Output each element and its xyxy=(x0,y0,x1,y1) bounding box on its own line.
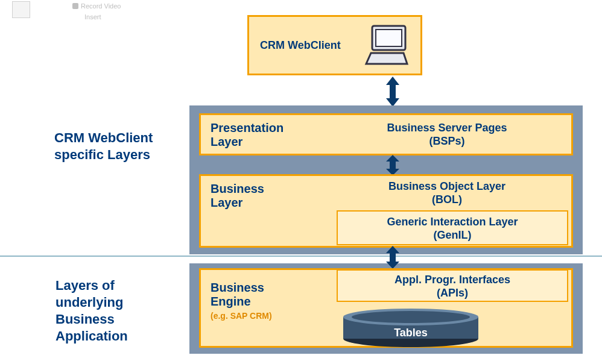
svg-marker-4 xyxy=(386,246,399,269)
svg-rect-1 xyxy=(376,30,402,46)
bsp-line2: (BSPs) xyxy=(356,134,537,148)
arrow-1 xyxy=(384,77,402,107)
genil-box: Generic Interaction Layer (GenIL) xyxy=(337,210,568,245)
group1-line2: specific Layers xyxy=(54,146,153,163)
presentation-layer-box: Presentation Layer Business Server Pages… xyxy=(199,113,573,155)
api-line1: Appl. Progr. Interfaces xyxy=(338,273,567,286)
record-icon xyxy=(72,3,78,9)
bol-line1: Business Object Layer xyxy=(356,180,537,193)
bol-line2: (BOL) xyxy=(356,193,537,206)
group2-line2: underlying xyxy=(55,294,128,311)
tables-cylinder: Tables xyxy=(341,307,480,351)
crm-webclient-box: CRM WebClient xyxy=(247,15,422,75)
group2-label: Layers of underlying Business Applicatio… xyxy=(55,277,128,345)
group2-line1: Layers of xyxy=(55,277,128,294)
svg-marker-3 xyxy=(386,155,399,175)
group2-line4: Application xyxy=(55,328,128,345)
api-box: Appl. Progr. Interfaces (APIs) xyxy=(337,269,568,302)
svg-point-8 xyxy=(352,311,470,323)
insert-group-label: Insert xyxy=(84,13,101,20)
svg-marker-2 xyxy=(386,77,399,107)
arrow-3 xyxy=(384,246,402,269)
record-video-button[interactable]: Record Video xyxy=(72,2,121,10)
computer-icon xyxy=(360,23,414,71)
document-icon xyxy=(12,1,30,18)
group1-label: CRM WebClient specific Layers xyxy=(54,130,153,163)
arrow-2 xyxy=(384,155,402,175)
ribbon: Record Video Insert xyxy=(0,0,133,24)
crm-webclient-title: CRM WebClient xyxy=(260,39,341,52)
group1-line1: CRM WebClient xyxy=(54,130,153,146)
api-line2: (APIs) xyxy=(338,286,567,300)
separator-line xyxy=(0,256,602,257)
record-video-label: Record Video xyxy=(81,2,121,10)
genil-line1: Generic Interaction Layer xyxy=(338,215,567,228)
group2-line3: Business xyxy=(55,311,128,328)
genil-line2: (GenIL) xyxy=(338,228,567,242)
tables-label: Tables xyxy=(341,327,480,339)
bsp-line1: Business Server Pages xyxy=(356,121,537,134)
